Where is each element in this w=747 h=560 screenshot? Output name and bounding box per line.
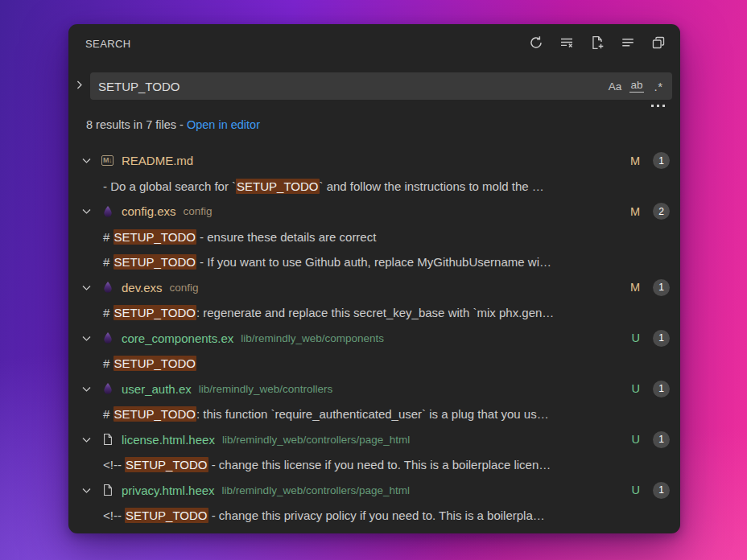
- toggle-search-details-button[interactable]: [651, 105, 665, 107]
- file-name: license.html.heex: [122, 433, 215, 447]
- match-highlight: SETUP_TODO: [113, 229, 196, 245]
- match-case-toggle[interactable]: Aa: [606, 77, 624, 95]
- search-input-box: Aa ab .*: [90, 72, 672, 100]
- file-name: dev.exs: [122, 281, 163, 294]
- whole-word-toggle[interactable]: ab: [628, 77, 646, 95]
- search-panel: SEARCH Aa ab .* 8 results in 7 files - O…: [68, 24, 680, 533]
- file-name: privacy.html.heex: [122, 484, 215, 497]
- match-highlight: SETUP_TODO: [113, 254, 196, 270]
- match-count-badge: 1: [653, 381, 670, 397]
- toggle-replace-button[interactable]: [68, 79, 90, 93]
- file-row-privacy[interactable]: privacy.html.heex lib/remindly_web/contr…: [68, 478, 680, 504]
- file-name: user_auth.ex: [122, 382, 192, 396]
- git-status-badge: U: [632, 484, 640, 496]
- match-row[interactable]: <!-- SETUP_TODO - change this license if…: [68, 452, 680, 478]
- match-suffix: - If you want to use Github auth, replac…: [196, 255, 551, 269]
- match-prefix: #: [103, 356, 113, 370]
- chevron-down-icon[interactable]: [79, 383, 94, 395]
- match-prefix: - Do a global search for `: [103, 179, 236, 193]
- results-count-text: 8 results in 7 files: [86, 118, 176, 131]
- search-row: Aa ab .*: [68, 72, 672, 100]
- match-suffix: - change this privacy policy if you need…: [208, 509, 545, 522]
- file-path: lib/remindly_web/controllers/page_html: [222, 434, 410, 446]
- results-summary: 8 results in 7 files - Open in editor: [86, 116, 680, 134]
- file-row-license[interactable]: license.html.heex lib/remindly_web/contr…: [68, 427, 680, 453]
- match-row[interactable]: # SETUP_TODO: [68, 351, 680, 377]
- details-row: [68, 100, 680, 113]
- match-suffix: : regenerate and replace this secret_key…: [196, 306, 554, 319]
- git-status-badge: M: [630, 281, 640, 294]
- file-row-dev-exs[interactable]: dev.exs config M1: [68, 275, 680, 301]
- collapse-all-button[interactable]: [650, 35, 667, 52]
- markdown-icon: M↓: [101, 155, 114, 166]
- file-icon: [101, 484, 114, 496]
- view-as-list-icon: [621, 35, 635, 52]
- chevron-down-icon[interactable]: [79, 332, 94, 344]
- file-name: README.md: [122, 154, 193, 167]
- open-in-editor-link[interactable]: Open in editor: [187, 118, 260, 131]
- whole-word-icon: ab: [629, 80, 643, 92]
- match-prefix: #: [103, 407, 113, 421]
- match-row[interactable]: # SETUP_TODO: this function `require_aut…: [68, 401, 680, 427]
- refresh-button[interactable]: [527, 35, 544, 52]
- file-row-readme[interactable]: M↓ README.md M1: [68, 148, 680, 174]
- file-path: lib/remindly_web/components: [241, 332, 384, 344]
- match-suffix: - change this license if you need to. Th…: [208, 458, 551, 471]
- match-highlight: SETUP_TODO: [125, 457, 208, 472]
- search-input[interactable]: [98, 80, 606, 93]
- chevron-down-icon[interactable]: [79, 484, 94, 496]
- match-suffix: - ensure these details are correct: [196, 230, 376, 244]
- match-highlight: SETUP_TODO: [125, 508, 208, 523]
- search-options: Aa ab .*: [606, 77, 667, 95]
- match-highlight: SETUP_TODO: [236, 179, 319, 194]
- match-row[interactable]: <!-- SETUP_TODO - change this privacy po…: [68, 503, 680, 529]
- match-suffix: : this function `require_authenticated_u…: [196, 407, 549, 421]
- match-row[interactable]: # SETUP_TODO - If you want to use Github…: [68, 249, 680, 275]
- file-row-user-auth[interactable]: user_auth.ex lib/remindly_web/controller…: [68, 377, 680, 402]
- view-as-list-button[interactable]: [619, 35, 636, 52]
- elixir-icon: [101, 281, 114, 294]
- chevron-down-icon[interactable]: [79, 282, 94, 294]
- chevron-down-icon[interactable]: [79, 205, 94, 217]
- match-count-badge: 1: [653, 330, 670, 347]
- title-actions: [527, 35, 667, 52]
- git-status-badge: U: [632, 433, 640, 446]
- match-prefix: <!--: [103, 509, 125, 522]
- clear-results-button[interactable]: [558, 35, 575, 52]
- new-search-editor-button[interactable]: [588, 35, 605, 52]
- chevron-down-icon[interactable]: [79, 154, 94, 167]
- summary-separator: -: [176, 118, 187, 131]
- ellipsis-icon: [651, 105, 665, 107]
- file-row-core-components[interactable]: core_components.ex lib/remindly_web/comp…: [68, 326, 680, 352]
- match-row[interactable]: # SETUP_TODO: regenerate and replace thi…: [68, 300, 680, 326]
- file-row-config-exs[interactable]: config.exs config M2: [68, 199, 680, 224]
- git-status-badge: M: [630, 154, 640, 167]
- git-status-badge: U: [632, 382, 640, 395]
- match-highlight: SETUP_TODO: [113, 305, 196, 320]
- refresh-icon: [529, 35, 543, 52]
- panel-title: SEARCH: [85, 38, 131, 50]
- results-tree: M↓ README.md M1 - Do a global search for…: [68, 148, 680, 529]
- match-prefix: <!--: [103, 458, 125, 471]
- match-highlight: SETUP_TODO: [113, 356, 196, 371]
- git-status-badge: M: [630, 205, 640, 218]
- file-name: config.exs: [122, 204, 176, 218]
- elixir-icon: [101, 205, 114, 218]
- chevron-down-icon[interactable]: [79, 434, 94, 446]
- match-count-badge: 1: [653, 279, 670, 296]
- regex-toggle[interactable]: .*: [650, 77, 667, 95]
- match-row[interactable]: # SETUP_TODO - ensure these details are …: [68, 224, 680, 250]
- match-row[interactable]: - Do a global search for `SETUP_TODO` an…: [68, 174, 680, 200]
- match-count-badge: 2: [653, 203, 670, 220]
- match-highlight: SETUP_TODO: [113, 406, 196, 422]
- file-icon: [101, 433, 114, 446]
- file-name: core_components.ex: [122, 331, 233, 345]
- file-path: config: [170, 282, 199, 294]
- collapse-all-icon: [651, 35, 666, 52]
- match-count-badge: 1: [653, 431, 670, 448]
- match-prefix: #: [103, 255, 113, 269]
- match-case-icon: Aa: [609, 80, 622, 93]
- match-count-badge: 1: [653, 482, 670, 499]
- match-count-badge: 1: [653, 152, 670, 169]
- match-suffix: ` and follow the instructions to mold th…: [320, 179, 544, 193]
